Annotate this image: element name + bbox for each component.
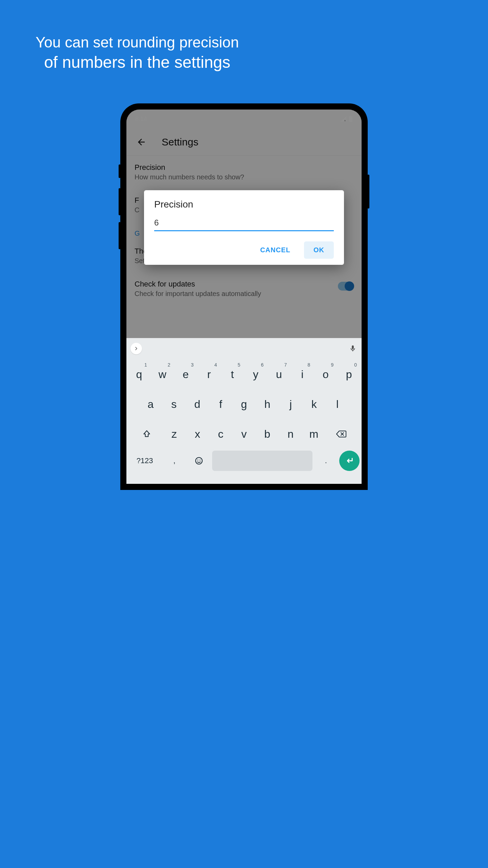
keyboard-expand-button[interactable] bbox=[130, 343, 142, 354]
key-v[interactable]: v bbox=[233, 421, 255, 447]
keyboard-suggestion-bar bbox=[126, 338, 274, 359]
shift-key[interactable] bbox=[132, 421, 162, 447]
precision-input[interactable] bbox=[154, 216, 274, 230]
key-d[interactable]: d bbox=[187, 391, 208, 417]
key-x[interactable]: x bbox=[187, 421, 208, 447]
key-h[interactable]: h bbox=[257, 391, 274, 417]
phone-frame: 8:14 x Settings bbox=[120, 103, 274, 490]
key-u[interactable]: u7 bbox=[268, 361, 274, 388]
key-e[interactable]: e3 bbox=[175, 361, 197, 388]
symbols-key[interactable]: ?123 bbox=[128, 451, 161, 471]
key-c[interactable]: c bbox=[210, 421, 231, 447]
key-w[interactable]: w2 bbox=[152, 361, 173, 388]
dialog-title: Precision bbox=[154, 199, 274, 210]
cancel-button[interactable]: CANCEL bbox=[253, 241, 274, 259]
key-b[interactable]: b bbox=[257, 421, 274, 447]
keyboard-row-3: zxcvbnm bbox=[128, 421, 274, 447]
promo-text: You can set rounding precision of number… bbox=[0, 0, 274, 72]
phone-screen: 8:14 x Settings bbox=[126, 110, 274, 484]
precision-dialog: Precision CANCEL OK bbox=[144, 190, 274, 265]
svg-point-5 bbox=[200, 460, 201, 461]
keyboard-row-4: ?123 , . bbox=[128, 451, 274, 471]
key-t[interactable]: t5 bbox=[222, 361, 243, 388]
keyboard-row-1: q1w2e3r4t5y6u7i8o9p0 bbox=[128, 361, 274, 388]
keyboard-row-2: asdfghjkl bbox=[128, 391, 274, 417]
promo-line-2: of numbers in the settings bbox=[10, 53, 264, 72]
key-r[interactable]: r4 bbox=[198, 361, 220, 388]
key-y[interactable]: y6 bbox=[245, 361, 266, 388]
emoji-key[interactable] bbox=[188, 451, 210, 471]
svg-point-3 bbox=[196, 457, 202, 464]
comma-key[interactable]: , bbox=[163, 451, 186, 471]
key-z[interactable]: z bbox=[164, 421, 185, 447]
key-a[interactable]: a bbox=[140, 391, 161, 417]
key-f[interactable]: f bbox=[210, 391, 231, 417]
promo-line-1: You can set rounding precision bbox=[10, 34, 264, 51]
soft-keyboard: q1w2e3r4t5y6u7i8o9p0 asdfghjkl zxcvbnm ?… bbox=[126, 338, 274, 484]
key-s[interactable]: s bbox=[163, 391, 185, 417]
svg-point-4 bbox=[198, 460, 199, 461]
space-key[interactable] bbox=[212, 451, 274, 471]
key-g[interactable]: g bbox=[233, 391, 255, 417]
key-q[interactable]: q1 bbox=[128, 361, 150, 388]
